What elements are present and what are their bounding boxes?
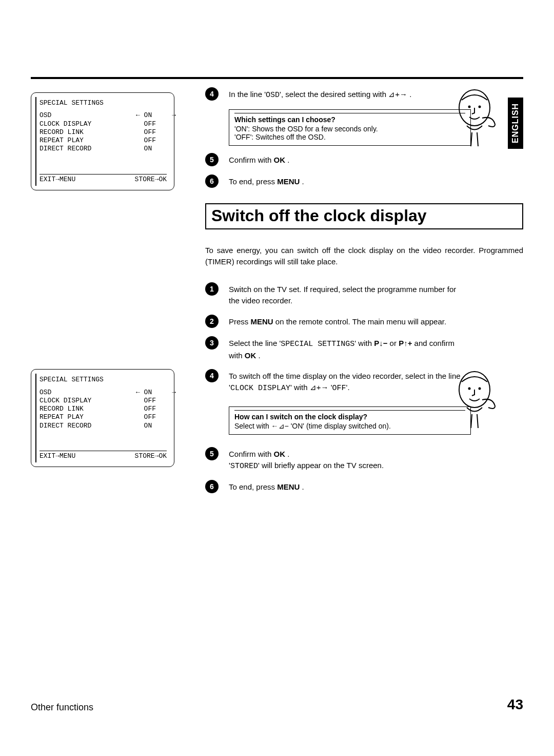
step-6: 6 To end, press MENU . xyxy=(205,175,523,188)
step-number-badge: 1 xyxy=(205,282,219,296)
step-text-fragment: ' with xyxy=(354,339,374,347)
osd-row-value: ← ON → xyxy=(136,389,167,397)
osd-row-value: OFF xyxy=(136,405,167,413)
osd-settings-table: OSD← ON → CLOCK DISPLAY OFF RECORD LINK … xyxy=(39,389,167,430)
osd-row-label: CLOCK DISPLAY xyxy=(39,397,91,405)
tip-title: Which settings can I choose? xyxy=(234,115,465,124)
osd-screen-2: SPECIAL SETTINGS OSD← ON → CLOCK DISPLAY… xyxy=(31,369,174,467)
footer-section-name: Other functions xyxy=(31,702,93,713)
osd-row-value: OFF xyxy=(136,120,167,128)
osd-footer-left: EXIT→MENU xyxy=(39,176,75,184)
step-5: 5 Confirm with OK . xyxy=(205,153,523,166)
key-label: MENU xyxy=(251,317,273,326)
svg-point-4 xyxy=(468,387,471,390)
osd-row-value: OFF xyxy=(136,137,167,145)
step-text-fragment: '. xyxy=(346,383,350,392)
step-5: 5 Confirm with OK . 'STORED' will briefl… xyxy=(205,447,523,472)
osd-footer-right: STORE→OK xyxy=(135,452,167,460)
step-text-fragment: ' will briefly appear on the TV screen. xyxy=(258,461,384,470)
osd-code-label: OFF xyxy=(332,384,346,393)
step-number-badge: 3 xyxy=(205,336,219,350)
step-text-fragment: Confirm with xyxy=(229,450,274,458)
step-number-badge: 6 xyxy=(205,175,219,188)
helper-face-icon xyxy=(451,369,498,431)
osd-code-label: OSD xyxy=(266,91,280,100)
step-text-fragment: . xyxy=(285,450,289,458)
step-text-fragment: Select the line ' xyxy=(229,339,281,347)
page-footer: Other functions 43 xyxy=(31,696,523,713)
tip-line: Select with ←⊿− 'ON' (time display switc… xyxy=(234,422,465,430)
step-number-badge: 4 xyxy=(205,369,219,382)
step-text-fragment: To end, press xyxy=(229,482,277,491)
step-number-badge: 2 xyxy=(205,315,219,328)
tip-line: 'ON': Shows the OSD for a few seconds on… xyxy=(234,125,465,133)
osd-row-label: REPEAT PLAY xyxy=(39,413,84,421)
top-rule xyxy=(31,77,523,79)
helper-face-icon xyxy=(451,87,498,149)
svg-point-5 xyxy=(479,387,481,390)
step-text-fragment: To end, press xyxy=(229,177,277,186)
step-1: 1 Switch on the TV set. If required, sel… xyxy=(205,282,523,306)
osd-row-value: OFF xyxy=(136,413,167,421)
osd-row-label: DIRECT RECORD xyxy=(39,145,91,153)
section-heading: Switch off the clock display xyxy=(211,206,517,225)
osd-row-label: DIRECT RECORD xyxy=(39,422,91,430)
osd-row-label: OSD xyxy=(39,111,51,120)
step-2: 2 Press MENU on the remote control. The … xyxy=(205,315,523,328)
osd-row-value: ON xyxy=(136,145,167,153)
step-text-fragment: on the remote control. The main menu wil… xyxy=(273,317,446,326)
key-label: P↓− xyxy=(374,339,387,347)
osd-title: SPECIAL SETTINGS xyxy=(39,99,167,107)
step-number-badge: 4 xyxy=(205,87,219,101)
step-text-fragment: . xyxy=(256,351,260,360)
osd-footer-right: STORE→OK xyxy=(135,176,167,184)
step-text: Switch on the TV set. If required, selec… xyxy=(229,282,465,306)
step-text-fragment: or xyxy=(387,339,399,347)
key-label: P↑+ xyxy=(399,339,412,347)
step-text-fragment: ', select the desired setting with ⊿+→ . xyxy=(280,90,411,99)
step-number-badge: 5 xyxy=(205,153,219,166)
osd-code-label: STORED xyxy=(230,462,258,471)
osd-row-label: OSD xyxy=(39,389,51,397)
key-label: OK xyxy=(245,351,256,360)
page-number: 43 xyxy=(507,696,523,713)
osd-row-value: ← ON → xyxy=(136,111,167,120)
key-label: MENU xyxy=(277,482,300,491)
step-text-fragment: ' with ⊿+→ ' xyxy=(290,383,332,392)
key-label: OK xyxy=(274,156,286,164)
osd-code-label: CLOCK DISPLAY xyxy=(230,384,290,393)
step-text-fragment: . xyxy=(300,482,304,491)
step-3: 3 Select the line 'SPECIAL SETTINGS' wit… xyxy=(205,336,523,361)
step-text-fragment: Confirm with xyxy=(229,156,274,164)
section-intro: To save energy, you can switch off the c… xyxy=(205,245,523,267)
step-number-badge: 6 xyxy=(205,480,219,493)
osd-row-value: OFF xyxy=(136,397,167,405)
osd-settings-table: OSD← ON → CLOCK DISPLAY OFF RECORD LINK … xyxy=(39,111,167,153)
osd-row-label: REPEAT PLAY xyxy=(39,137,84,145)
osd-row-label: RECORD LINK xyxy=(39,405,84,413)
osd-row-value: ON xyxy=(136,422,167,430)
osd-row-label: CLOCK DISPLAY xyxy=(39,120,91,128)
key-label: MENU xyxy=(277,177,300,186)
osd-screen-1: SPECIAL SETTINGS OSD← ON → CLOCK DISPLAY… xyxy=(31,92,174,190)
tip-box-osd-settings: Which settings can I choose? 'ON': Shows… xyxy=(229,109,471,146)
osd-footer-left: EXIT→MENU xyxy=(39,452,75,460)
tip-title: How can I switch on the clock display? xyxy=(234,413,465,421)
osd-row-value: OFF xyxy=(136,128,167,137)
tip-line: 'OFF': Switches off the OSD. xyxy=(234,133,465,141)
step-6: 6 To end, press MENU . xyxy=(205,480,523,493)
osd-title: SPECIAL SETTINGS xyxy=(39,376,167,384)
section-heading-box: Switch off the clock display xyxy=(205,203,523,229)
svg-point-1 xyxy=(468,106,471,108)
step-text-fragment: In the line ' xyxy=(229,90,266,99)
svg-point-2 xyxy=(479,106,481,108)
step-number-badge: 5 xyxy=(205,447,219,460)
osd-row-label: RECORD LINK xyxy=(39,128,84,137)
step-text-fragment: . xyxy=(285,156,289,164)
key-label: OK xyxy=(274,450,286,458)
step-text-fragment: . xyxy=(300,177,304,186)
tip-box-clock: How can I switch on the clock display? S… xyxy=(229,406,471,435)
step-text-fragment: Press xyxy=(229,317,251,326)
osd-code-label: SPECIAL SETTINGS xyxy=(281,340,354,348)
